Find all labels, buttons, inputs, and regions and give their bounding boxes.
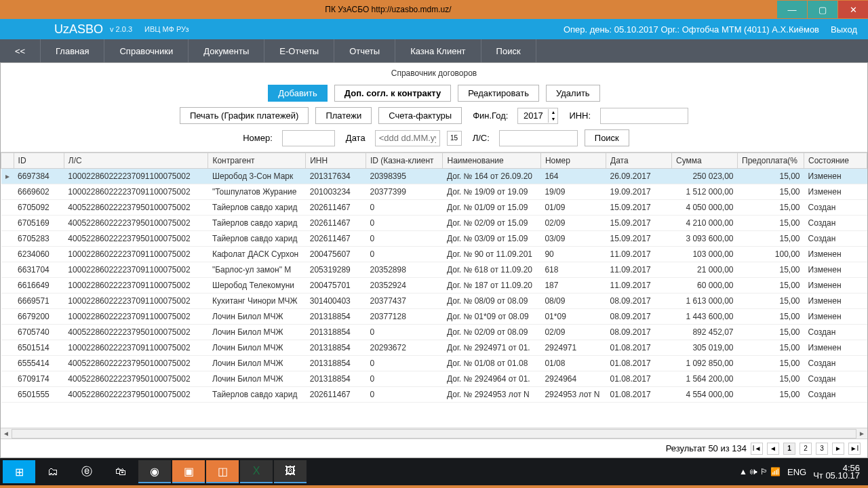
cell-inn: 200475607 (306, 247, 366, 262)
page-first-icon[interactable]: I◄ (751, 443, 763, 455)
page-prev-icon[interactable]: ◄ (767, 443, 779, 455)
table-row[interactable]: 6669571100022860222237091100075002Кухита… (1, 293, 867, 309)
nav-documents[interactable]: Документы (189, 39, 264, 62)
page-last-icon[interactable]: ►I (848, 443, 861, 455)
table-row[interactable]: ▸6697384100022860222237091100075002Шероб… (1, 169, 867, 184)
delete-button[interactable]: Удалить (546, 85, 600, 102)
fin-year-input[interactable] (518, 110, 548, 121)
inn-input[interactable] (600, 108, 688, 124)
edit-button[interactable]: Редактировать (458, 85, 539, 102)
cell-ls: 400522860222237950100075002 (64, 231, 208, 247)
cell-sum: 1 443 600,00 (672, 309, 738, 325)
col-ls[interactable]: Л/С (64, 153, 208, 169)
cell-state: Создан (804, 216, 867, 231)
table-row[interactable]: 6705092400522860222237950100075002Тайерл… (1, 200, 867, 216)
col-sum[interactable]: Сумма (672, 153, 738, 169)
invoices-button[interactable]: Счета-фактуры (378, 107, 462, 124)
cell-state: Изменен (804, 293, 867, 309)
cell-ls: 100022860222237091100075002 (64, 309, 208, 325)
table-row[interactable]: 6705283400522860222237950100075002Тайерл… (1, 231, 867, 247)
col-inn[interactable]: ИНН (306, 153, 366, 169)
table-row[interactable]: 6501555400522860222237950100075002Тайерл… (1, 387, 867, 403)
table-row[interactable]: 6679200100022860222237091100075002Лочин … (1, 309, 867, 325)
ie-icon[interactable]: ⓔ (71, 460, 103, 483)
search-button[interactable]: Поиск (585, 129, 629, 146)
app2-icon[interactable]: ◫ (206, 460, 239, 483)
nav-directories[interactable]: Справочники (104, 39, 189, 62)
table-row[interactable]: 6709174400522860222237950100075002Лочин … (1, 371, 867, 387)
ls-label: Л/С: (473, 133, 490, 143)
close-button[interactable]: ✕ (838, 1, 868, 18)
print-schedule-button[interactable]: Печать (График платежей) (180, 107, 309, 124)
addl-agreement-button[interactable]: Доп. согл. к контракту (334, 85, 451, 102)
scroll-left-icon[interactable]: ◄ (1, 430, 12, 437)
toolbar-secondary: Печать (График платежей) Платежи Счета-ф… (1, 107, 867, 124)
minimize-button[interactable]: — (777, 1, 807, 18)
chrome-icon[interactable]: ◉ (138, 460, 171, 483)
nav-treasury[interactable]: Казна Клиент (395, 39, 481, 62)
scroll-right-icon[interactable]: ► (856, 430, 867, 437)
excel-icon[interactable]: X (240, 460, 273, 483)
page-2[interactable]: 2 (800, 443, 812, 455)
spin-down-icon[interactable]: ▼ (549, 116, 557, 123)
maximize-button[interactable]: ▢ (808, 1, 837, 18)
version: v 2.0.3 (110, 25, 132, 33)
cell-date: 01.08.2017 (606, 340, 672, 356)
page-next-icon[interactable]: ► (832, 443, 844, 455)
calendar-icon[interactable]: 15 (447, 131, 462, 146)
payments-button[interactable]: Платежи (315, 107, 372, 124)
app1-icon[interactable]: ▣ (172, 460, 205, 483)
cell-number: 01*09 (540, 309, 606, 325)
cell-ls: 100022860222237091100075002 (64, 262, 208, 278)
table-row[interactable]: 6631704100022860222237091100075002"Барло… (1, 262, 867, 278)
col-contractor[interactable]: Контрагент (208, 153, 306, 169)
page-3[interactable]: 3 (816, 443, 828, 455)
cell-kazna-id: 20352898 (366, 262, 443, 278)
start-icon[interactable]: ⊞ (3, 460, 35, 483)
tray-clock[interactable]: 4:56 Чт 05.10.17 (813, 464, 860, 479)
table-row[interactable]: 6616649100022860222237091100075002Шеробо… (1, 278, 867, 293)
page-1[interactable]: 1 (783, 443, 795, 455)
ls-input[interactable] (499, 130, 578, 146)
explorer-icon[interactable]: 🗂 (37, 460, 69, 483)
cell-id: 6709174 (14, 371, 64, 387)
col-name[interactable]: Наименование (443, 153, 540, 169)
nav-ereports[interactable]: Е-Отчеты (264, 39, 334, 62)
scroll-track[interactable] (12, 429, 856, 439)
table-row[interactable]: 6705169400522860222237950100075002Тайерл… (1, 216, 867, 231)
store-icon[interactable]: 🛍 (104, 460, 137, 483)
nav-reports[interactable]: Отчеты (334, 39, 395, 62)
add-button[interactable]: Добавить (268, 85, 327, 102)
cell-prepay: 15,00 (738, 325, 804, 340)
number-input[interactable] (282, 130, 335, 146)
cell-ls: 400522860222237950100075002 (64, 356, 208, 371)
col-state[interactable]: Состояние (804, 153, 867, 169)
logout-link[interactable]: Выход (831, 24, 857, 35)
table-row[interactable]: 6501514100022860222237091100075002Лочин … (1, 340, 867, 356)
window-title-bar: ПК УзАСБО http://uzasbo.mdm.uz/ — ▢ ✕ (0, 0, 868, 19)
cell-number: 2924964 (540, 371, 606, 387)
contracts-table-wrap[interactable]: ID Л/С Контрагент ИНН ID (Казна-клиент Н… (1, 152, 867, 428)
table-row[interactable]: 6669602100022860222237091100075002"Тошпу… (1, 184, 867, 200)
app3-icon[interactable]: 🖼 (274, 460, 307, 483)
col-number[interactable]: Номер (540, 153, 606, 169)
col-id[interactable]: ID (14, 153, 64, 169)
table-row[interactable]: 6234060100022860222237091100075002Кафола… (1, 247, 867, 262)
tray-lang[interactable]: ENG (787, 467, 806, 477)
nav-main[interactable]: Главная (41, 39, 104, 62)
nav-search[interactable]: Поиск (481, 39, 536, 62)
table-row[interactable]: 6705740400522860222237950100075002Лочин … (1, 325, 867, 340)
col-date[interactable]: Дата (606, 153, 672, 169)
col-prepay[interactable]: Предоплата(% (738, 153, 804, 169)
cell-prepay: 15,00 (738, 293, 804, 309)
fin-year-spinner[interactable]: ▲▼ (517, 108, 558, 124)
nav-back[interactable]: << (0, 39, 41, 62)
cell-state: Изменен (804, 169, 867, 184)
table-row[interactable]: 6555414400522860222237950100075002Лочин … (1, 356, 867, 371)
spin-up-icon[interactable]: ▲ (549, 109, 557, 116)
cell-sum: 3 093 600,00 (672, 231, 738, 247)
col-kazna-id[interactable]: ID (Казна-клиент (366, 153, 443, 169)
horizontal-scrollbar[interactable]: ◄ ► (1, 428, 867, 439)
tray-icons[interactable]: ▲ 🕪 🏳 📶 (739, 467, 781, 476)
date-input[interactable] (375, 130, 440, 146)
